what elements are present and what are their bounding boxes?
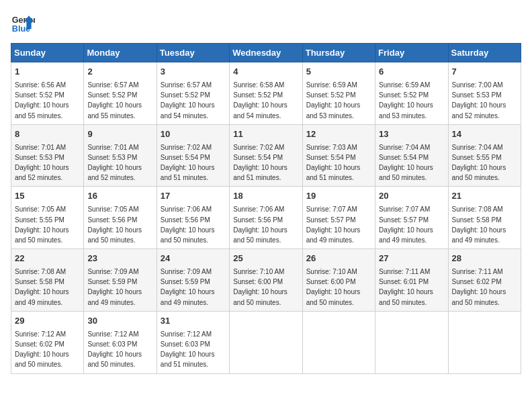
day-number: 19 xyxy=(306,190,371,203)
calendar-cell: 8 Sunrise: 7:01 AMSunset: 5:53 PMDayligh… xyxy=(11,124,84,187)
calendar-cell: 1 Sunrise: 6:56 AMSunset: 5:52 PMDayligh… xyxy=(11,62,84,125)
header: General Blue xyxy=(11,11,521,35)
day-number: 21 xyxy=(452,190,517,203)
day-number: 20 xyxy=(379,190,444,203)
day-number: 2 xyxy=(87,66,152,79)
day-info: Sunrise: 7:12 AMSunset: 6:03 PMDaylight:… xyxy=(87,330,142,369)
calendar-cell: 7 Sunrise: 7:00 AMSunset: 5:53 PMDayligh… xyxy=(448,62,521,125)
day-number: 7 xyxy=(452,66,517,79)
day-number: 29 xyxy=(15,315,80,328)
day-number: 8 xyxy=(15,128,80,141)
weekday-header-tuesday: Tuesday xyxy=(157,44,229,62)
calendar-cell: 6 Sunrise: 6:59 AMSunset: 5:52 PMDayligh… xyxy=(375,62,448,125)
calendar-week-row: 22 Sunrise: 7:08 AMSunset: 5:58 PMDaylig… xyxy=(11,249,521,312)
day-info: Sunrise: 7:07 AMSunset: 5:57 PMDaylight:… xyxy=(379,205,433,244)
day-info: Sunrise: 7:07 AMSunset: 5:57 PMDaylight:… xyxy=(306,205,361,244)
calendar-week-row: 29 Sunrise: 7:12 AMSunset: 6:02 PMDaylig… xyxy=(11,311,521,373)
logo: General Blue xyxy=(11,11,35,35)
calendar-header-row: SundayMondayTuesdayWednesdayThursdayFrid… xyxy=(11,44,521,62)
calendar-cell: 29 Sunrise: 7:12 AMSunset: 6:02 PMDaylig… xyxy=(11,311,84,373)
day-info: Sunrise: 7:05 AMSunset: 5:55 PMDaylight:… xyxy=(15,205,69,244)
day-number: 13 xyxy=(379,128,444,141)
day-info: Sunrise: 7:11 AMSunset: 6:02 PMDaylight:… xyxy=(452,268,506,306)
day-info: Sunrise: 7:08 AMSunset: 5:58 PMDaylight:… xyxy=(15,268,69,306)
calendar-cell: 14 Sunrise: 7:04 AMSunset: 5:55 PMDaylig… xyxy=(448,124,521,187)
day-number: 30 xyxy=(87,315,152,328)
day-info: Sunrise: 6:59 AMSunset: 5:52 PMDaylight:… xyxy=(306,81,361,120)
calendar-week-row: 15 Sunrise: 7:05 AMSunset: 5:55 PMDaylig… xyxy=(11,187,521,249)
calendar-cell: 24 Sunrise: 7:09 AMSunset: 5:59 PMDaylig… xyxy=(157,249,229,312)
calendar-cell: 4 Sunrise: 6:58 AMSunset: 5:52 PMDayligh… xyxy=(230,62,302,125)
day-number: 1 xyxy=(15,66,80,79)
day-number: 25 xyxy=(233,253,298,265)
calendar-cell: 13 Sunrise: 7:04 AMSunset: 5:54 PMDaylig… xyxy=(375,124,448,187)
calendar-cell xyxy=(230,311,302,373)
day-info: Sunrise: 7:01 AMSunset: 5:53 PMDaylight:… xyxy=(87,144,142,182)
day-number: 4 xyxy=(233,66,298,79)
day-info: Sunrise: 7:02 AMSunset: 5:54 PMDaylight:… xyxy=(161,144,215,182)
calendar-cell: 9 Sunrise: 7:01 AMSunset: 5:53 PMDayligh… xyxy=(84,124,157,187)
calendar-cell: 25 Sunrise: 7:10 AMSunset: 6:00 PMDaylig… xyxy=(230,249,302,312)
calendar-cell: 21 Sunrise: 7:08 AMSunset: 5:58 PMDaylig… xyxy=(448,187,521,249)
day-info: Sunrise: 7:02 AMSunset: 5:54 PMDaylight:… xyxy=(233,144,287,182)
day-number: 22 xyxy=(15,253,80,265)
weekday-header-sunday: Sunday xyxy=(11,44,84,62)
day-number: 28 xyxy=(452,253,517,265)
day-number: 24 xyxy=(161,253,226,265)
calendar-cell: 28 Sunrise: 7:11 AMSunset: 6:02 PMDaylig… xyxy=(448,249,521,312)
day-number: 12 xyxy=(306,128,371,141)
calendar-cell: 20 Sunrise: 7:07 AMSunset: 5:57 PMDaylig… xyxy=(375,187,448,249)
calendar-cell: 15 Sunrise: 7:05 AMSunset: 5:55 PMDaylig… xyxy=(11,187,84,249)
day-info: Sunrise: 7:09 AMSunset: 5:59 PMDaylight:… xyxy=(161,268,215,306)
weekday-header-saturday: Saturday xyxy=(448,44,521,62)
day-number: 27 xyxy=(379,253,444,265)
day-info: Sunrise: 7:00 AMSunset: 5:53 PMDaylight:… xyxy=(452,81,506,120)
logo-icon: General Blue xyxy=(11,11,35,35)
day-info: Sunrise: 7:12 AMSunset: 6:03 PMDaylight:… xyxy=(161,330,215,369)
calendar-week-row: 8 Sunrise: 7:01 AMSunset: 5:53 PMDayligh… xyxy=(11,124,521,187)
day-info: Sunrise: 6:57 AMSunset: 5:52 PMDaylight:… xyxy=(87,81,142,120)
calendar-cell: 26 Sunrise: 7:10 AMSunset: 6:00 PMDaylig… xyxy=(302,249,375,312)
day-number: 26 xyxy=(306,253,371,265)
calendar-week-row: 1 Sunrise: 6:56 AMSunset: 5:52 PMDayligh… xyxy=(11,62,521,125)
weekday-header-wednesday: Wednesday xyxy=(230,44,302,62)
day-info: Sunrise: 7:09 AMSunset: 5:59 PMDaylight:… xyxy=(87,268,142,306)
weekday-header-friday: Friday xyxy=(375,44,448,62)
calendar-cell: 3 Sunrise: 6:57 AMSunset: 5:52 PMDayligh… xyxy=(157,62,229,125)
day-info: Sunrise: 7:01 AMSunset: 5:53 PMDaylight:… xyxy=(15,144,69,182)
day-info: Sunrise: 7:04 AMSunset: 5:54 PMDaylight:… xyxy=(379,144,433,182)
calendar-cell xyxy=(375,311,448,373)
calendar-cell: 18 Sunrise: 7:06 AMSunset: 5:56 PMDaylig… xyxy=(230,187,302,249)
calendar-cell: 30 Sunrise: 7:12 AMSunset: 6:03 PMDaylig… xyxy=(84,311,157,373)
day-info: Sunrise: 7:06 AMSunset: 5:56 PMDaylight:… xyxy=(233,205,287,244)
day-info: Sunrise: 7:04 AMSunset: 5:55 PMDaylight:… xyxy=(452,144,506,182)
calendar-cell: 12 Sunrise: 7:03 AMSunset: 5:54 PMDaylig… xyxy=(302,124,375,187)
day-number: 3 xyxy=(161,66,226,79)
day-info: Sunrise: 6:58 AMSunset: 5:52 PMDaylight:… xyxy=(233,81,287,120)
day-info: Sunrise: 7:06 AMSunset: 5:56 PMDaylight:… xyxy=(161,205,215,244)
day-number: 17 xyxy=(161,190,226,203)
calendar-cell: 5 Sunrise: 6:59 AMSunset: 5:52 PMDayligh… xyxy=(302,62,375,125)
day-number: 23 xyxy=(87,253,152,265)
weekday-header-monday: Monday xyxy=(84,44,157,62)
calendar-cell: 27 Sunrise: 7:11 AMSunset: 6:01 PMDaylig… xyxy=(375,249,448,312)
calendar-cell: 23 Sunrise: 7:09 AMSunset: 5:59 PMDaylig… xyxy=(84,249,157,312)
calendar-cell: 2 Sunrise: 6:57 AMSunset: 5:52 PMDayligh… xyxy=(84,62,157,125)
calendar-cell xyxy=(448,311,521,373)
day-info: Sunrise: 6:56 AMSunset: 5:52 PMDaylight:… xyxy=(15,81,69,120)
day-number: 15 xyxy=(15,190,80,203)
calendar-table: SundayMondayTuesdayWednesdayThursdayFrid… xyxy=(11,43,521,374)
day-number: 9 xyxy=(87,128,152,141)
calendar-cell: 11 Sunrise: 7:02 AMSunset: 5:54 PMDaylig… xyxy=(230,124,302,187)
day-info: Sunrise: 7:03 AMSunset: 5:54 PMDaylight:… xyxy=(306,144,361,182)
day-number: 16 xyxy=(87,190,152,203)
day-number: 14 xyxy=(452,128,517,141)
day-number: 5 xyxy=(306,66,371,79)
day-info: Sunrise: 6:57 AMSunset: 5:52 PMDaylight:… xyxy=(161,81,215,120)
day-info: Sunrise: 7:10 AMSunset: 6:00 PMDaylight:… xyxy=(306,268,361,306)
day-number: 31 xyxy=(161,315,226,328)
calendar-cell: 31 Sunrise: 7:12 AMSunset: 6:03 PMDaylig… xyxy=(157,311,229,373)
day-info: Sunrise: 7:08 AMSunset: 5:58 PMDaylight:… xyxy=(452,205,506,244)
calendar-cell: 19 Sunrise: 7:07 AMSunset: 5:57 PMDaylig… xyxy=(302,187,375,249)
day-number: 6 xyxy=(379,66,444,79)
